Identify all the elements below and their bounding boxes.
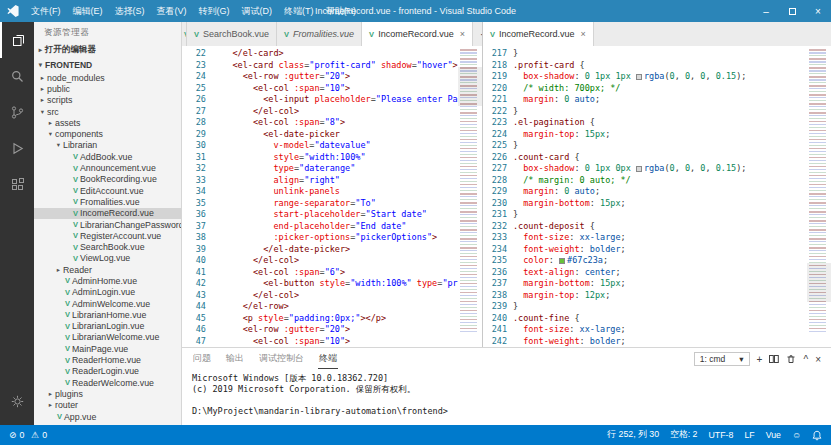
close-tab-icon[interactable]: × (581, 29, 586, 39)
file-ReaderHome.vue[interactable]: VReaderHome.vue (34, 354, 181, 365)
file-EditAccount.vue[interactable]: VEditAccount.vue (34, 185, 181, 196)
file-LibrarianChangePassword.vue[interactable]: VLibrarianChangePassword.vue (34, 219, 181, 230)
code-line[interactable]: style="width:100%" (212, 152, 458, 164)
file-IncomeRecord.vue[interactable]: VIncomeRecord.vue (34, 208, 181, 219)
activity-source-control[interactable] (0, 94, 34, 130)
file-LibrarianLogin.vue[interactable]: VLibrarianLogin.vue (34, 321, 181, 332)
code-line[interactable]: } (513, 301, 807, 313)
file-Announcement.vue[interactable]: VAnnouncement.vue (34, 162, 181, 173)
terminal-content[interactable]: Microsoft Windows [版本 10.0.18362.720](c)… (182, 370, 831, 425)
file-LibrarianHome.vue[interactable]: VLibrarianHome.vue (34, 309, 181, 320)
activity-explorer[interactable] (0, 22, 34, 58)
menu-item[interactable]: 转到(G) (193, 2, 236, 21)
code-line[interactable]: margin-top: 12px; (513, 290, 807, 302)
code-line[interactable]: font-weight: bolder; (513, 336, 807, 348)
menu-item[interactable]: 文件(F) (25, 2, 67, 21)
activity-extensions[interactable] (0, 166, 34, 202)
code-line[interactable]: text-align: center; (513, 267, 807, 279)
close-tab-icon[interactable]: × (460, 29, 465, 39)
code-editor-right[interactable]: }.profit-card { box-shadow: 0 1px 1px rg… (513, 46, 807, 347)
menu-item[interactable]: 编辑(E) (67, 2, 109, 21)
file-Fromalities.vue[interactable]: VFromalities.vue (34, 196, 181, 207)
activity-search[interactable] (0, 58, 34, 94)
code-line[interactable]: </el-card> (212, 48, 458, 60)
menu-item[interactable]: 查看(V) (151, 2, 193, 21)
editor-tab-IncomeRecord.vue[interactable]: VIncomeRecord.vue× (362, 22, 473, 46)
file-ViewLog.vue[interactable]: VViewLog.vue (34, 253, 181, 264)
code-line[interactable]: end-placeholder="End date" (212, 221, 458, 233)
code-line[interactable]: } (513, 48, 807, 60)
status-cursor-position[interactable]: 行 252, 列 30 (607, 429, 659, 441)
code-line[interactable]: font-size: xx-large; (513, 324, 807, 336)
status-language-mode[interactable]: Vue (766, 429, 781, 441)
code-line[interactable]: <el-button style="width:100%" type="prim… (212, 278, 458, 290)
code-line[interactable]: unlink-panels (212, 186, 458, 198)
folder-public[interactable]: ▸public (34, 83, 181, 94)
open-editors-section[interactable]: ▸ 打开的编辑器 (34, 42, 181, 57)
code-line[interactable]: </el-col> (212, 255, 458, 267)
status-eol[interactable]: LF (744, 429, 754, 441)
code-line[interactable]: range-separator="To" (212, 198, 458, 210)
workspace-root-section[interactable]: ▾ FRONTEND (34, 57, 181, 72)
code-line[interactable]: margin: 0 auto; (513, 94, 807, 106)
status-indentation[interactable]: 空格: 2 (670, 429, 697, 441)
problems-status[interactable]: ⊘ 0 ⚠ 0 (9, 430, 47, 440)
file-MainPage.vue[interactable]: VMainPage.vue (34, 343, 181, 354)
maximize-panel-button[interactable]: ^ (803, 354, 808, 365)
minimap-left[interactable] (458, 46, 482, 347)
code-line[interactable]: /* margin: 0 auto; */ (513, 175, 807, 187)
feedback-smiley-icon[interactable]: ☺ (792, 430, 801, 440)
code-line[interactable]: type="daterange" (212, 163, 458, 175)
code-line[interactable]: </el-row> (212, 301, 458, 313)
folder-plugins[interactable]: ▸plugins (34, 388, 181, 399)
file-App.vue[interactable]: VApp.vue (34, 411, 181, 422)
code-line[interactable]: margin-bottom: 15px; (513, 198, 807, 210)
code-line[interactable]: .el-pagination { (513, 117, 807, 129)
code-line[interactable]: <el-col :span="6"> (212, 267, 458, 279)
folder-node_modules[interactable]: ▸node_modules (34, 72, 181, 83)
folder-Reader[interactable]: ▸Reader (34, 264, 181, 275)
code-line[interactable]: <el-col :span="8"> (212, 117, 458, 129)
maximize-button[interactable] (779, 0, 805, 22)
file-ReaderLogin.vue[interactable]: VReaderLogin.vue (34, 366, 181, 377)
code-line[interactable]: <el-col :span="10"> (212, 83, 458, 95)
code-line[interactable]: .profit-card { (513, 60, 807, 72)
code-line[interactable]: margin: 0 auto; (513, 186, 807, 198)
file-AddBook.vue[interactable]: VAddBook.vue (34, 151, 181, 162)
file-ReaderWelcome.vue[interactable]: VReaderWelcome.vue (34, 377, 181, 388)
close-panel-button[interactable]: × (815, 354, 821, 365)
panel-tab-终端[interactable]: 终端 (318, 349, 338, 369)
code-line[interactable]: align="right" (212, 175, 458, 187)
close-button[interactable]: × (805, 0, 831, 22)
code-line[interactable]: } (513, 140, 807, 152)
editor-tab-Fromalities.vue[interactable]: VFromalities.vue (277, 22, 362, 46)
code-line[interactable]: margin-top: 15px; (513, 129, 807, 141)
code-line[interactable]: color: #67c23a; (513, 255, 807, 267)
activity-debug[interactable] (0, 130, 34, 166)
file-RegisterAccount.vue[interactable]: VRegisterAccount.vue (34, 230, 181, 241)
file-LibrarianWelcome.vue[interactable]: VLibrarianWelcome.vue (34, 332, 181, 343)
folder-Librarian[interactable]: ▾Librarian (34, 140, 181, 151)
code-line[interactable]: <el-input placeholder="Please enter Paym… (212, 94, 458, 106)
code-line[interactable]: </el-date-picker> (212, 244, 458, 256)
minimize-button[interactable]: – (753, 0, 779, 22)
code-line[interactable]: /* width: 700px; */ (513, 83, 807, 95)
folder-src[interactable]: ▾src (34, 106, 181, 117)
editor-tab-IncomeRecord.vue[interactable]: VIncomeRecord.vue× (483, 22, 594, 46)
code-line[interactable]: v-model="datevalue" (212, 140, 458, 152)
code-line[interactable]: start-placeholder="Start date" (212, 209, 458, 221)
editor-more-actions-icon[interactable]: ··· (473, 22, 482, 46)
folder-assets[interactable]: ▸assets (34, 117, 181, 128)
code-line[interactable]: <el-col :span="10"> (212, 336, 458, 348)
folder-scripts[interactable]: ▸scripts (34, 95, 181, 106)
code-line[interactable]: :picker-options="pickerOptions"> (212, 232, 458, 244)
code-line[interactable]: margin-bottom: 15px; (513, 278, 807, 290)
panel-tab-问题[interactable]: 问题 (192, 349, 212, 369)
minimap-right[interactable] (807, 46, 831, 347)
file-AdminLogin.vue[interactable]: VAdminLogin.vue (34, 287, 181, 298)
file-AdminWelcome.vue[interactable]: VAdminWelcome.vue (34, 298, 181, 309)
notifications-bell-icon[interactable] (812, 430, 822, 441)
code-line[interactable]: <el-row :gutter="20"> (212, 71, 458, 83)
code-line[interactable]: box-shadow: 0 1px 1px rgba(0, 0, 0, 0.15… (513, 71, 807, 83)
split-terminal-button[interactable] (769, 354, 779, 364)
